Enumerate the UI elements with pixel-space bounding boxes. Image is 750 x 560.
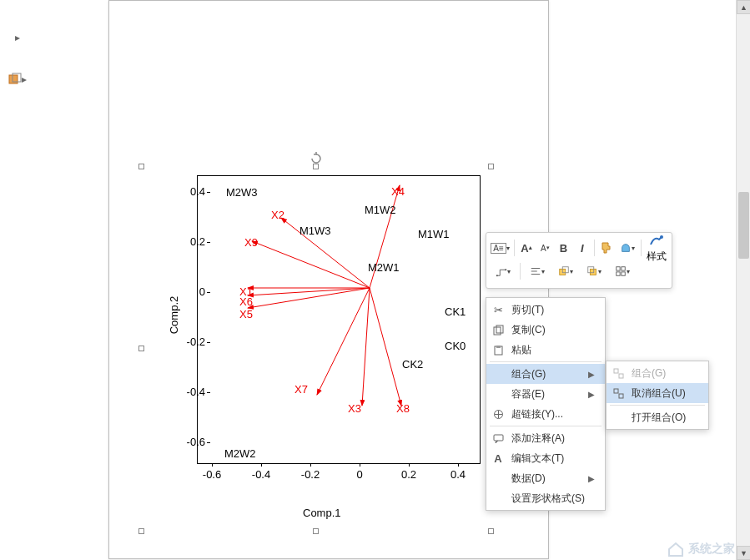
resize-handle[interactable] [488, 164, 494, 169]
shape-fill-dropdown[interactable]: ▾ [617, 237, 637, 259]
svg-rect-12 [496, 275, 498, 276]
toolbar-expand-icon[interactable]: ▸ [3, 25, 32, 50]
svg-rect-32 [619, 374, 623, 378]
svg-line-10 [370, 288, 401, 406]
scroll-thumb[interactable] [738, 192, 749, 259]
vector-label: X4 [391, 185, 405, 198]
point-label: CK1 [445, 305, 466, 318]
menu-edit-text[interactable]: A编辑文本(T) [486, 448, 605, 468]
styles-button[interactable]: 样式 [645, 225, 668, 270]
bold-button[interactable]: B [555, 237, 571, 259]
watermark: 系统之家 [667, 540, 735, 558]
point-label: M2W3 [226, 186, 258, 199]
point-label: M2W2 [224, 447, 256, 460]
svg-line-8 [317, 288, 370, 395]
submenu-group[interactable]: 组合(G) [607, 363, 708, 383]
vector-label: X7 [294, 383, 308, 396]
vector-label: X8 [396, 402, 410, 415]
svg-rect-25 [494, 327, 501, 335]
svg-rect-19 [590, 269, 596, 275]
resize-handle[interactable] [138, 528, 144, 534]
point-label: CK0 [445, 340, 466, 352]
menu-format-shape[interactable]: 设置形状格式(S) [486, 488, 605, 508]
svg-rect-21 [617, 267, 620, 270]
svg-rect-26 [496, 325, 503, 333]
menu-paste[interactable]: 粘贴 [486, 340, 605, 360]
format-painter-button[interactable] [598, 237, 615, 259]
menu-copy[interactable]: 复制(C) [486, 320, 605, 340]
link-icon [491, 407, 505, 421]
submenu-ungroup[interactable]: 取消组合(U) [607, 383, 708, 403]
menu-add-comment[interactable]: 添加注释(A) [486, 428, 605, 448]
svg-rect-22 [622, 267, 625, 270]
text-style-dropdown[interactable]: A≡▾ [490, 237, 511, 259]
group-submenu: 组合(G) 取消组合(U) 打开组合(O) [606, 361, 709, 430]
group-dropdown[interactable]: ▾ [609, 260, 636, 282]
resize-handle[interactable] [138, 164, 144, 169]
menu-container[interactable]: 容器(E)▶ [486, 384, 605, 404]
x-tick: 0 [347, 468, 372, 481]
resize-handle[interactable] [313, 528, 319, 534]
point-label: M1W3 [299, 225, 331, 237]
mini-toolbar: A≡▾ A▴ A▾ B I ▾ 样式 ▾ ▾ ▾ ▾ ▾ [486, 232, 672, 289]
x-tick: 0.4 [445, 468, 471, 481]
y-axis-label: Comp.2 [168, 296, 180, 335]
font-shrink-button[interactable]: A▾ [536, 237, 553, 259]
svg-rect-28 [496, 346, 501, 348]
text-icon: A [491, 452, 505, 465]
comment-icon [491, 431, 505, 445]
scroll-up-button[interactable]: ▲ [737, 0, 750, 14]
svg-rect-24 [622, 272, 625, 275]
plot-area: M2W3 M1W3 M1W2 M1W1 M2W1 CK1 CK0 CK2 M2W… [197, 175, 481, 464]
chevron-right-icon: ▶ [588, 390, 595, 399]
vector-label: X9 [244, 236, 258, 249]
toolbar-shapes-icon[interactable]: ▸ [3, 67, 32, 92]
copy-icon [491, 323, 505, 336]
italic-button[interactable]: I [574, 237, 591, 259]
menu-data[interactable]: 数据(D)▶ [486, 468, 605, 488]
resize-handle[interactable] [138, 346, 144, 351]
vector-label: X5 [239, 308, 253, 320]
menu-group[interactable]: 组合(G)▶ [486, 364, 605, 384]
svg-line-4 [252, 241, 370, 288]
point-label: M2W1 [368, 261, 400, 274]
x-axis-label: Comp.1 [303, 507, 341, 519]
bring-front-dropdown[interactable]: ▾ [581, 260, 607, 282]
point-label: CK2 [402, 358, 423, 371]
font-grow-button[interactable]: A▴ [518, 237, 535, 259]
svg-line-6 [248, 288, 370, 295]
menu-hyperlink[interactable]: 超链接(Y)... [486, 404, 605, 424]
align-dropdown[interactable]: ▾ [524, 260, 551, 282]
context-menu: ✂剪切(T) 复制(C) 粘贴 组合(G)▶ 容器(E)▶ 超链接(Y)... … [486, 297, 606, 511]
resize-handle[interactable] [488, 528, 494, 534]
point-label: M1W1 [418, 228, 450, 240]
chevron-right-icon: ▶ [588, 370, 595, 379]
chevron-right-icon: ▶ [588, 474, 595, 483]
arrange-dropdown[interactable]: ▾ [552, 260, 579, 282]
resize-handle[interactable] [313, 164, 319, 169]
svg-rect-13 [505, 269, 506, 270]
group-icon [612, 366, 625, 380]
left-toolbar: ▸ ▸ [0, 0, 35, 560]
svg-point-11 [660, 235, 663, 239]
vector-label: X2 [271, 209, 284, 221]
scroll-down-button[interactable]: ▼ [737, 546, 750, 560]
paste-icon [491, 343, 505, 356]
vector-label: X3 [348, 402, 361, 415]
menu-cut[interactable]: ✂剪切(T) [486, 300, 605, 320]
x-tick: -0.6 [199, 468, 224, 481]
connector-dropdown[interactable]: ▾ [490, 260, 516, 282]
svg-line-7 [248, 288, 370, 308]
svg-rect-33 [614, 389, 618, 393]
vertical-scrollbar[interactable]: ▲ ▼ [736, 0, 750, 560]
biplot-chart: Comp.2 Comp.1 0.4 0.2 0 -0.2 -0.4 -0.6 -… [169, 175, 486, 517]
x-tick: 0.2 [396, 468, 421, 481]
submenu-open-group[interactable]: 打开组合(O) [607, 407, 708, 427]
scissors-icon: ✂ [491, 303, 505, 316]
ungroup-icon [612, 386, 625, 400]
svg-rect-30 [494, 435, 503, 441]
vector-label: X6 [239, 295, 253, 308]
svg-rect-23 [617, 272, 620, 275]
svg-rect-34 [619, 394, 623, 398]
x-tick: -0.2 [298, 468, 323, 481]
